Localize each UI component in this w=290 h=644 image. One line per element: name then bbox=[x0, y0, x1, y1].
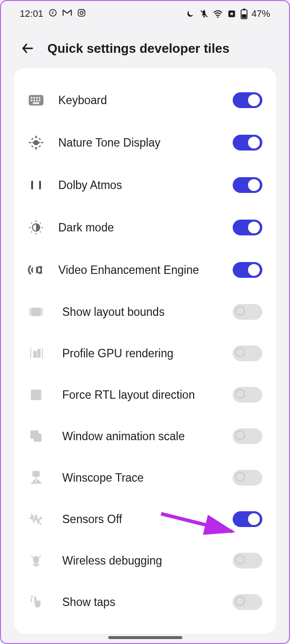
gmail-icon bbox=[62, 8, 72, 20]
toggle-dark-mode[interactable] bbox=[233, 220, 262, 235]
dolby-atmos-icon bbox=[28, 177, 51, 193]
toggle-keyboard[interactable] bbox=[233, 92, 262, 108]
svg-line-62 bbox=[31, 556, 33, 557]
tile-row-window-anim: Window animation scale bbox=[14, 416, 276, 457]
status-bar: 12:01 47% bbox=[1, 1, 289, 26]
svg-rect-64 bbox=[35, 597, 36, 602]
svg-point-59 bbox=[33, 556, 40, 563]
tile-label: Window animation scale bbox=[51, 430, 233, 443]
tile-label: Nature Tone Display bbox=[51, 136, 233, 150]
tile-label: Profile GPU rendering bbox=[51, 347, 233, 360]
toggle-winscope[interactable] bbox=[233, 470, 262, 486]
svg-point-60 bbox=[34, 558, 36, 559]
svg-rect-48 bbox=[38, 349, 40, 358]
close-box-icon bbox=[227, 9, 237, 19]
svg-rect-9 bbox=[243, 9, 245, 10]
toggle-sensors-off[interactable] bbox=[233, 511, 262, 527]
svg-point-6 bbox=[217, 16, 218, 18]
toggle-layout-bounds[interactable] bbox=[233, 304, 262, 320]
toggle-nature-tone[interactable] bbox=[233, 135, 262, 151]
svg-point-36 bbox=[29, 227, 31, 228]
tile-row-nature-tone: Nature Tone Display bbox=[14, 121, 276, 164]
clock-icon bbox=[48, 8, 57, 20]
tile-row-layout-bounds: Show layout bounds bbox=[14, 291, 276, 333]
svg-point-40 bbox=[31, 231, 32, 232]
nav-home-indicator[interactable] bbox=[108, 636, 182, 639]
keyboard-icon bbox=[28, 92, 51, 109]
tile-label: Dark mode bbox=[51, 221, 233, 234]
sensors-off-icon bbox=[28, 511, 51, 528]
svg-rect-17 bbox=[34, 100, 35, 101]
toggle-force-rtl[interactable] bbox=[233, 387, 262, 403]
svg-point-35 bbox=[36, 233, 37, 234]
svg-rect-13 bbox=[34, 97, 35, 99]
force-rtl-icon bbox=[28, 386, 51, 403]
svg-rect-29 bbox=[31, 145, 34, 147]
instagram-icon bbox=[77, 8, 86, 20]
status-right: 47% bbox=[185, 8, 270, 19]
gpu-render-icon bbox=[28, 345, 51, 362]
svg-rect-30 bbox=[39, 145, 41, 147]
svg-point-4 bbox=[203, 16, 205, 17]
dark-mode-icon bbox=[28, 219, 51, 236]
svg-marker-25 bbox=[35, 135, 38, 138]
svg-rect-53 bbox=[34, 434, 41, 442]
svg-rect-20 bbox=[33, 102, 40, 104]
svg-point-39 bbox=[40, 223, 41, 224]
svg-point-41 bbox=[40, 231, 41, 232]
tile-label: Force RTL layout direction bbox=[51, 388, 233, 402]
tile-row-winscope: Winscope Trace bbox=[14, 457, 276, 498]
svg-rect-27 bbox=[31, 138, 34, 140]
tile-row-wireless-debug: Wireless debugging bbox=[14, 540, 276, 581]
svg-rect-54 bbox=[33, 471, 40, 476]
header: Quick settings developer tiles bbox=[1, 26, 289, 68]
tile-label: Show taps bbox=[51, 596, 233, 609]
svg-rect-31 bbox=[31, 181, 33, 189]
svg-marker-26 bbox=[35, 148, 38, 150]
svg-point-37 bbox=[41, 227, 43, 228]
tile-label: Sensors Off bbox=[51, 513, 233, 526]
svg-rect-15 bbox=[39, 97, 40, 99]
tile-label: Wireless debugging bbox=[51, 554, 233, 568]
tiles-card: KeyboardNature Tone DisplayDolby AtmosDa… bbox=[14, 68, 276, 634]
svg-point-61 bbox=[37, 558, 39, 559]
toggle-wireless-debug[interactable] bbox=[233, 553, 262, 568]
nature-tone-icon bbox=[28, 134, 51, 151]
svg-rect-28 bbox=[39, 138, 41, 140]
toggle-show-taps[interactable] bbox=[233, 594, 262, 610]
battery-icon bbox=[241, 9, 248, 19]
tile-row-dolby-atmos: Dolby Atmos bbox=[14, 164, 276, 206]
toggle-gpu-render[interactable] bbox=[233, 345, 262, 361]
tile-row-keyboard: Keyboard bbox=[14, 79, 276, 121]
show-taps-icon bbox=[28, 594, 51, 610]
status-left: 12:01 bbox=[20, 8, 86, 20]
toggle-dolby-atmos[interactable] bbox=[233, 177, 262, 193]
wifi-icon bbox=[213, 9, 223, 19]
svg-rect-23 bbox=[29, 142, 31, 143]
back-button[interactable] bbox=[20, 40, 36, 56]
svg-point-3 bbox=[83, 10, 84, 11]
tile-row-force-rtl: Force RTL layout direction bbox=[14, 374, 276, 416]
svg-rect-12 bbox=[31, 97, 32, 99]
svg-rect-19 bbox=[39, 100, 40, 101]
svg-rect-22 bbox=[33, 142, 40, 143]
tile-label: Video Enhancement Engine bbox=[51, 264, 233, 277]
arrow-left-icon bbox=[21, 41, 35, 55]
tile-label: Dolby Atmos bbox=[51, 179, 233, 192]
tile-row-video-enhance: Video Enhancement Engine bbox=[14, 249, 276, 291]
winscope-icon bbox=[28, 469, 51, 486]
tile-row-show-taps: Show taps bbox=[14, 581, 276, 623]
tile-label: Show layout bounds bbox=[51, 305, 233, 319]
svg-rect-24 bbox=[41, 142, 43, 143]
moon-icon bbox=[185, 9, 195, 19]
svg-point-38 bbox=[31, 223, 32, 224]
toggle-video-enhance[interactable] bbox=[233, 262, 262, 278]
page-title: Quick settings developer tiles bbox=[47, 41, 229, 56]
status-time: 12:01 bbox=[20, 8, 43, 19]
svg-line-63 bbox=[39, 556, 41, 557]
svg-rect-16 bbox=[31, 100, 32, 101]
layout-bounds-icon bbox=[28, 303, 51, 320]
toggle-window-anim[interactable] bbox=[233, 428, 262, 444]
tile-row-dark-mode: Dark mode bbox=[14, 206, 276, 249]
svg-rect-18 bbox=[36, 100, 38, 101]
